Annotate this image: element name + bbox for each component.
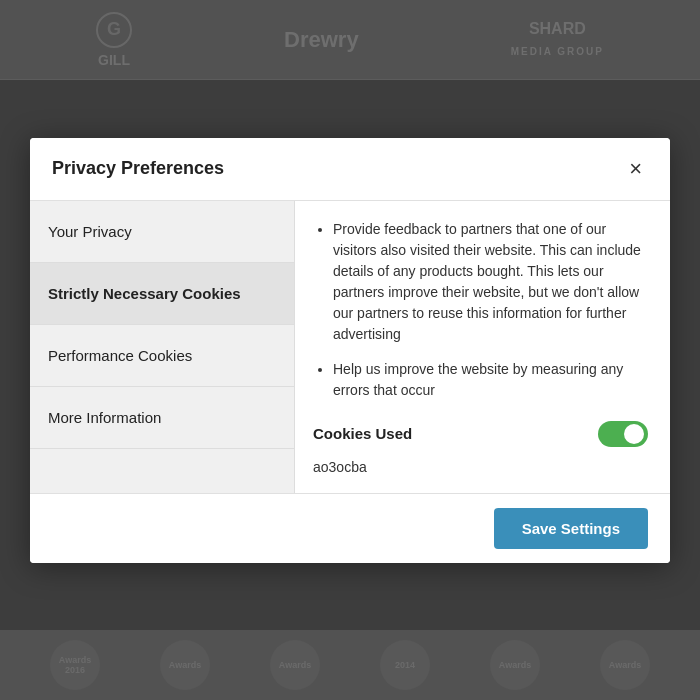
background: G GILL Drewry SHARDMEDIA GROUP ✉ Awards2…: [0, 0, 700, 700]
bullet-item-1: Provide feedback to partners that one of…: [333, 219, 648, 345]
bullet-list: Provide feedback to partners that one of…: [313, 219, 648, 401]
cookies-used-row: Cookies Used: [313, 421, 648, 447]
sidebar-item-more-info[interactable]: More Information: [30, 387, 294, 449]
sidebar-item-performance[interactable]: Performance Cookies: [30, 325, 294, 387]
cookie-id: ao3ocba: [313, 459, 648, 475]
modal-footer: Save Settings: [30, 493, 670, 563]
content-area: Provide feedback to partners that one of…: [295, 201, 670, 493]
modal-close-button[interactable]: ×: [623, 156, 648, 182]
toggle-slider: [598, 421, 648, 447]
privacy-preferences-modal: Privacy Preferences × Your Privacy Stric…: [30, 138, 670, 563]
content-scroll[interactable]: Provide feedback to partners that one of…: [295, 201, 670, 493]
sidebar-item-your-privacy[interactable]: Your Privacy: [30, 201, 294, 263]
cookies-used-label: Cookies Used: [313, 425, 412, 442]
modal-overlay: Privacy Preferences × Your Privacy Stric…: [0, 0, 700, 700]
modal-header: Privacy Preferences ×: [30, 138, 670, 201]
sidebar-item-strictly-necessary[interactable]: Strictly Necessary Cookies: [30, 263, 294, 325]
cookies-used-toggle[interactable]: [598, 421, 648, 447]
modal-title: Privacy Preferences: [52, 158, 224, 179]
save-settings-button[interactable]: Save Settings: [494, 508, 648, 549]
sidebar: Your Privacy Strictly Necessary Cookies …: [30, 201, 295, 493]
modal-body: Your Privacy Strictly Necessary Cookies …: [30, 201, 670, 493]
bullet-item-2: Help us improve the website by measuring…: [333, 359, 648, 401]
